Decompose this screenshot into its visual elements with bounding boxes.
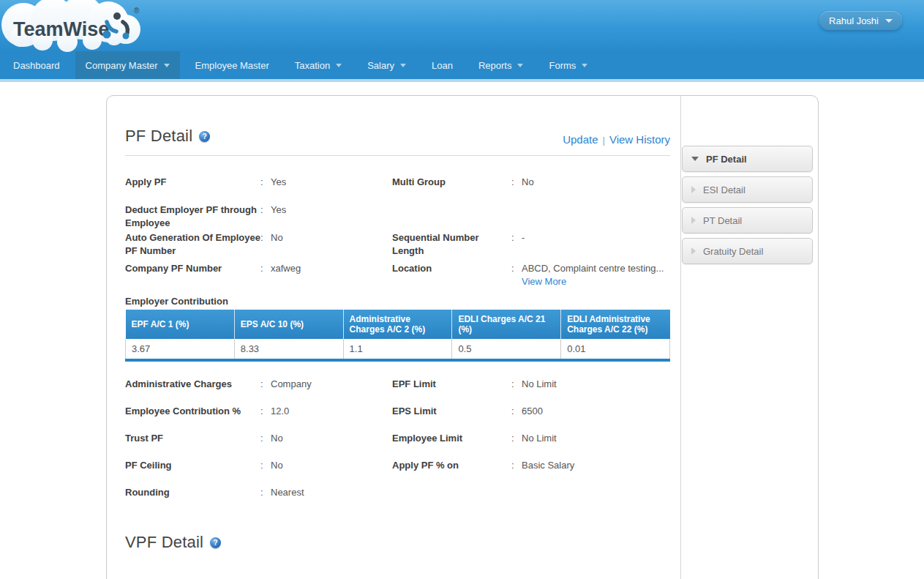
field-value: 6500 — [522, 405, 543, 418]
help-icon[interactable]: ? — [210, 537, 221, 548]
field-row: Employee Contribution % 12.0 EPS Limit 6… — [125, 405, 670, 418]
table-row: 3.67 8.33 1.1 0.5 0.01 — [126, 339, 670, 360]
field-value: No Limit — [522, 432, 557, 445]
chevron-down-icon — [517, 64, 523, 67]
update-link[interactable]: Update — [563, 133, 598, 146]
field-value: No — [522, 176, 534, 189]
table-cell: 0.5 — [452, 339, 561, 360]
nav-employee-master[interactable]: Employee Master — [185, 51, 279, 79]
field-label: Deduct Employer PF through Employee — [125, 203, 260, 230]
column-header: Administrative Charges A/C 2 (%) — [343, 310, 452, 339]
table-cell: 0.01 — [561, 339, 670, 360]
field-value: ABCD, Complaint centre testing... View M… — [522, 262, 664, 288]
field-value: 12.0 — [271, 405, 289, 418]
sidebar-item-gratuity-detail[interactable]: Gratuity Detail — [682, 238, 813, 264]
sidebar-item-pf-detail[interactable]: PF Detail — [682, 146, 813, 172]
field-value: No Limit — [522, 378, 557, 391]
field-label: Sequential Number Length — [392, 231, 511, 258]
field-row: Deduct Employer PF through Employee Yes — [125, 203, 670, 230]
field-label: EPF Limit — [392, 378, 511, 391]
chevron-down-icon — [164, 64, 170, 67]
field-value: No — [271, 432, 283, 445]
field-value: Yes — [271, 203, 286, 230]
employer-contribution-table: EPF A/C 1 (%) EPS A/C 10 (%) Administrat… — [125, 310, 670, 362]
chevron-down-icon — [336, 64, 342, 67]
chevron-right-icon — [691, 247, 696, 255]
chevron-down-icon — [885, 19, 893, 23]
chevron-right-icon — [691, 217, 696, 224]
table-cell: 3.67 — [126, 339, 235, 360]
table-cell: 8.33 — [234, 339, 343, 360]
chevron-down-icon — [400, 64, 406, 67]
user-name: Rahul Joshi — [829, 15, 879, 26]
field-label: Multi Group — [392, 176, 511, 189]
nav-salary[interactable]: Salary — [357, 51, 416, 79]
field-label: PF Ceiling — [125, 459, 260, 472]
field-label: Company PF Number — [125, 262, 260, 288]
detail-accordion: PF Detail ESI Detail PT Detail Gratuity … — [682, 146, 813, 269]
field-label: Apply PF % on — [392, 459, 511, 472]
field-value: Yes — [271, 176, 286, 189]
sidebar-item-pt-detail[interactable]: PT Detail — [682, 207, 813, 234]
field-value: xafweg — [271, 262, 301, 288]
sidebar-item-esi-detail[interactable]: ESI Detail — [682, 176, 813, 203]
field-label: Auto Generation Of Employee PF Number — [125, 231, 260, 258]
field-value: No — [271, 459, 283, 472]
column-header: EDLI Charges A/C 21 (%) — [452, 310, 561, 339]
main-nav: Dashboard Company Master Employee Master… — [0, 51, 924, 79]
help-icon[interactable]: ? — [199, 131, 210, 142]
field-row: Auto Generation Of Employee PF Number No… — [125, 231, 670, 258]
column-header: EPS A/C 10 (%) — [234, 310, 343, 339]
nav-loan[interactable]: Loan — [421, 51, 463, 79]
nav-forms[interactable]: Forms — [538, 51, 598, 79]
nav-reports[interactable]: Reports — [468, 51, 534, 79]
nav-taxation[interactable]: Taxation — [285, 51, 352, 79]
field-label: Employee Limit — [392, 432, 511, 445]
teamwise-logo[interactable]: TeamWise ® — [0, 0, 146, 53]
chevron-down-icon — [582, 64, 587, 67]
nav-dashboard[interactable]: Dashboard — [3, 51, 70, 79]
nav-underline — [0, 79, 924, 82]
field-row: Trust PF No Employee Limit No Limit — [125, 432, 670, 445]
field-label: Apply PF — [125, 176, 260, 189]
field-label: Rounding — [125, 486, 260, 499]
chevron-right-icon — [691, 186, 696, 193]
registered-mark: ® — [134, 7, 140, 15]
header-divider — [125, 155, 670, 156]
column-header: EPF A/C 1 (%) — [126, 310, 235, 339]
field-label: Trust PF — [125, 432, 260, 445]
field-label: Administrative Charges — [125, 378, 260, 391]
field-value: Nearest — [271, 486, 304, 499]
field-row: Rounding Nearest — [125, 486, 670, 499]
vpf-detail-section: VPF Detail ? — [125, 533, 670, 552]
table-caption: Employer Contribution — [125, 296, 670, 307]
table-header-row: EPF A/C 1 (%) EPS A/C 10 (%) Administrat… — [126, 310, 670, 339]
field-value: Company — [271, 378, 312, 391]
field-label: Employee Contribution % — [125, 405, 260, 418]
svg-text:TeamWise: TeamWise — [13, 18, 109, 40]
top-banner: TeamWise ® Rahul Joshi Dashboard Company… — [0, 0, 924, 79]
view-history-link[interactable]: View History — [609, 133, 670, 146]
field-value: No — [271, 231, 283, 258]
field-row: PF Ceiling No Apply PF % on Basic Salary — [125, 459, 670, 472]
table-cell: 1.1 — [343, 339, 452, 360]
field-row: Company PF Number xafweg Location ABCD, … — [125, 262, 670, 288]
pf-detail-section: PF Detail ? Update|View History Apply PF… — [125, 96, 670, 574]
view-more-link[interactable]: View More — [522, 275, 664, 288]
nav-company-master[interactable]: Company Master — [75, 51, 180, 79]
logo-cloud-icon: TeamWise ® — [0, 0, 146, 53]
field-row: Apply PF Yes Multi Group No — [125, 176, 670, 189]
page-title: PF Detail — [125, 127, 192, 146]
panel-divider — [680, 96, 681, 579]
field-label: EPS Limit — [392, 405, 511, 418]
field-value: - — [522, 231, 525, 258]
field-value: Basic Salary — [522, 459, 574, 472]
field-row: Administrative Charges Company EPF Limit… — [125, 378, 670, 391]
link-separator: | — [603, 135, 605, 146]
chevron-down-icon — [691, 157, 699, 161]
column-header: EDLI Administrative Charges A/C 22 (%) — [561, 310, 670, 339]
content-panel: PF Detail ? Update|View History Apply PF… — [106, 95, 819, 579]
user-menu[interactable]: Rahul Joshi — [819, 11, 902, 30]
vpf-title: VPF Detail — [125, 533, 203, 552]
field-label: Location — [392, 262, 511, 288]
